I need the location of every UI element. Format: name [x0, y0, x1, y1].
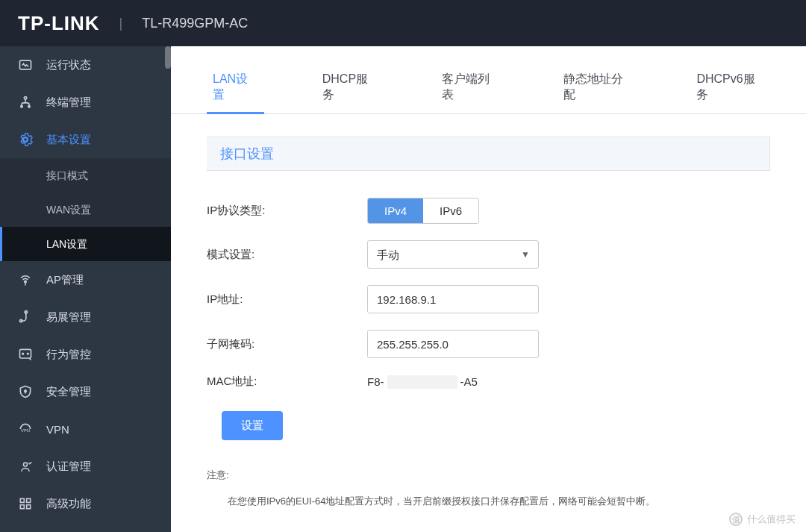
protocol-ipv4-button[interactable]: IPv4	[368, 198, 423, 223]
sidebar-scrollbar-thumb[interactable]	[165, 46, 171, 69]
sidebar-item-advanced[interactable]: 高级功能	[0, 485, 171, 522]
panel-title: 接口设置	[207, 137, 770, 171]
sidebar-sub-lan-settings[interactable]: LAN设置	[0, 227, 171, 261]
grid-icon	[18, 496, 33, 511]
brand-logo: TP-LINK	[18, 12, 100, 35]
tab-client-list[interactable]: 客户端列表	[436, 64, 505, 113]
mode-select[interactable]: 手动	[367, 240, 539, 269]
sidebar-item-status[interactable]: 运行状态	[0, 46, 171, 84]
submit-button[interactable]: 设置	[222, 411, 283, 440]
note-title: 注意:	[207, 469, 770, 482]
sidebar-item-label: 安全管理	[46, 385, 91, 399]
gear-icon	[18, 132, 33, 147]
mesh-icon	[18, 310, 33, 325]
sidebar-item-label: AP管理	[46, 273, 84, 287]
subnet-mask-input[interactable]	[367, 330, 539, 358]
auth-icon	[18, 459, 33, 474]
svg-point-1	[24, 97, 26, 99]
svg-point-4	[24, 138, 28, 142]
protocol-ipv6-button[interactable]: IPv6	[423, 198, 478, 223]
svg-rect-15	[27, 498, 31, 502]
shield-icon	[18, 384, 33, 399]
sidebar-item-security[interactable]: 安全管理	[0, 373, 171, 410]
ip-address-input[interactable]	[367, 285, 539, 313]
note-body: 在您使用IPv6的EUI-64地址配置方式时，当开启前缀授权接口并保存配置后，网…	[207, 492, 770, 510]
watermark-icon: 值	[729, 513, 743, 526]
behavior-icon	[18, 347, 33, 362]
mac-redacted	[387, 375, 457, 389]
svg-rect-8	[20, 349, 31, 358]
svg-text:VPN: VPN	[21, 428, 30, 433]
sidebar-item-vpn[interactable]: VPN VPN	[0, 410, 171, 448]
device-model: TL-R499GPM-AC	[142, 16, 248, 31]
sidebar-item-auth[interactable]: 认证管理	[0, 448, 171, 485]
sidebar: 运行状态 终端管理 基本设置 接口模式 WAN设置 LAN设置 AP管理	[0, 46, 171, 532]
svg-point-6	[25, 311, 27, 313]
svg-point-10	[28, 353, 29, 354]
tab-static-addr[interactable]: 静态地址分配	[557, 64, 638, 113]
status-icon	[18, 57, 33, 72]
mac-prefix: F8-	[367, 375, 384, 388]
sidebar-item-label: 易展管理	[46, 310, 91, 325]
protocol-segmented-control: IPv4 IPv6	[367, 198, 479, 224]
sidebar-item-label: 终端管理	[46, 96, 91, 110]
content-area: 接口设置 IP协议类型: IPv4 IPv6 模式设置: 手动 ▼ IP地址	[171, 114, 806, 532]
sidebar-item-label: 认证管理	[46, 460, 91, 474]
svg-point-13	[24, 463, 28, 466]
tab-dhcpv6-service[interactable]: DHCPv6服务	[690, 64, 770, 113]
label-mac: MAC地址:	[207, 375, 367, 389]
sidebar-item-label: 行为管控	[46, 348, 91, 362]
sidebar-item-label: 运行状态	[46, 58, 91, 72]
label-mode: 模式设置:	[207, 248, 367, 262]
sidebar-item-mesh[interactable]: 易展管理	[0, 298, 171, 336]
sidebar-item-label: 高级功能	[46, 497, 91, 511]
watermark: 值 什么值得买	[729, 513, 796, 526]
mac-address-value: F8- -A5	[367, 375, 478, 389]
svg-rect-0	[20, 60, 31, 69]
sidebar-sub-interface-mode[interactable]: 接口模式	[0, 158, 171, 193]
sidebar-sub-wan-settings[interactable]: WAN设置	[0, 193, 171, 227]
svg-point-9	[22, 353, 24, 354]
sidebar-item-behavior[interactable]: 行为管控	[0, 336, 171, 373]
label-ip: IP地址:	[207, 292, 367, 307]
sidebar-item-ap[interactable]: AP管理	[0, 261, 171, 298]
mac-suffix: -A5	[460, 375, 478, 388]
tab-dhcp-service[interactable]: DHCP服务	[316, 64, 384, 113]
terminal-icon	[18, 95, 33, 110]
sidebar-scrollbar-track[interactable]	[165, 46, 171, 532]
svg-rect-16	[20, 505, 24, 509]
label-mask: 子网掩码:	[207, 337, 367, 351]
label-protocol: IP协议类型:	[207, 204, 367, 218]
sidebar-item-label: VPN	[46, 423, 69, 436]
svg-rect-14	[20, 498, 24, 502]
tab-bar: LAN设置 DHCP服务 客户端列表 静态地址分配 DHCPv6服务	[171, 46, 806, 114]
sidebar-item-basic-settings[interactable]: 基本设置	[0, 121, 171, 158]
tab-lan-settings[interactable]: LAN设置	[207, 64, 264, 113]
header-bar: TP-LINK | TL-R499GPM-AC	[0, 0, 806, 46]
sidebar-item-terminal[interactable]: 终端管理	[0, 84, 171, 121]
vpn-icon: VPN	[18, 422, 33, 436]
watermark-text: 什么值得买	[747, 513, 796, 526]
svg-rect-17	[27, 505, 31, 509]
header-separator: |	[119, 16, 123, 31]
main-pane: LAN设置 DHCP服务 客户端列表 静态地址分配 DHCPv6服务 接口设置 …	[171, 46, 806, 532]
antenna-icon	[18, 272, 33, 287]
note-section: 注意: 在您使用IPv6的EUI-64地址配置方式时，当开启前缀授权接口并保存配…	[207, 469, 770, 510]
sidebar-item-label: 基本设置	[46, 133, 91, 147]
